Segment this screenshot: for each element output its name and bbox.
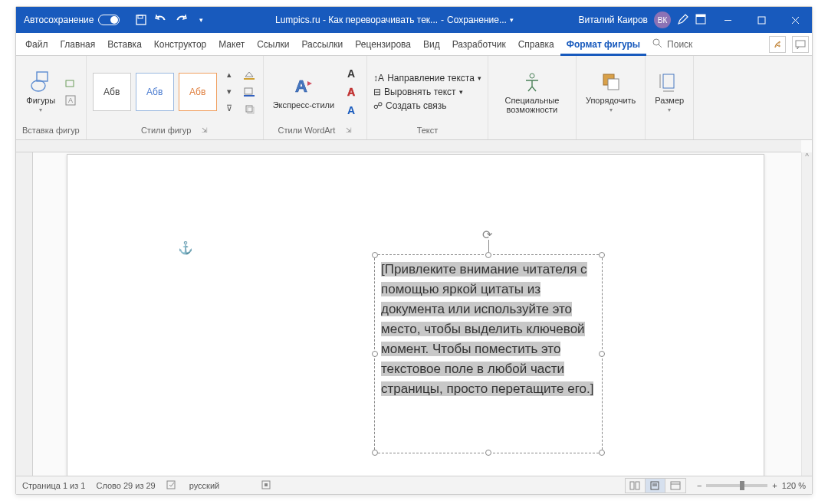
share-button[interactable] bbox=[769, 36, 786, 53]
document-page[interactable]: ⚓ ⟳ [Привлеките внимание читателя с помо… bbox=[67, 154, 764, 476]
redo-icon[interactable] bbox=[175, 14, 187, 26]
draw-textbox-icon[interactable]: A bbox=[63, 93, 78, 108]
tab-file[interactable]: Файл bbox=[19, 33, 54, 56]
avatar[interactable]: ВК bbox=[654, 11, 671, 28]
comments-button[interactable] bbox=[792, 36, 809, 53]
svg-text:A: A bbox=[295, 77, 307, 96]
zoom-slider[interactable] bbox=[706, 484, 767, 487]
ribbon: Фигуры ▾ A Вставка фигур Абв Абв Абв ▴ ▾… bbox=[16, 56, 812, 140]
save-status: Сохранение... bbox=[447, 15, 507, 25]
tab-design[interactable]: Конструктор bbox=[148, 33, 212, 56]
horizontal-ruler[interactable] bbox=[16, 140, 801, 152]
gallery-down-icon[interactable]: ▾ bbox=[222, 84, 237, 100]
accessibility-icon bbox=[520, 70, 544, 94]
quick-styles-button[interactable]: A Экспресс-стили bbox=[270, 73, 337, 111]
edit-shape-icon[interactable] bbox=[63, 76, 78, 91]
zoom-control: − + 120 % bbox=[697, 481, 806, 490]
autosave-toggle[interactable] bbox=[98, 15, 120, 25]
shape-effects-icon[interactable] bbox=[242, 101, 257, 116]
shape-style-3[interactable]: Абв bbox=[179, 73, 217, 111]
document-title: Lumpics.ru - Как переворачивать тек... -… bbox=[215, 15, 573, 25]
create-link-button[interactable]: ☍Создать связь bbox=[373, 100, 481, 111]
shape-outline-icon[interactable] bbox=[242, 84, 257, 100]
pen-icon[interactable] bbox=[677, 13, 689, 28]
title-bar: Автосохранение ▾ Lumpics.ru - Как перево… bbox=[16, 7, 812, 33]
wordart-icon: A bbox=[291, 74, 316, 99]
page-status[interactable]: Страница 1 из 1 bbox=[22, 481, 85, 490]
doc-name: Lumpics.ru - Как переворачивать тек... bbox=[275, 15, 438, 25]
resize-handle[interactable] bbox=[599, 351, 605, 357]
tab-insert[interactable]: Вставка bbox=[101, 33, 148, 56]
user-name: Виталий Каиров bbox=[578, 15, 648, 25]
resize-handle[interactable] bbox=[485, 450, 491, 456]
print-layout-icon[interactable] bbox=[646, 479, 665, 493]
maximize-button[interactable] bbox=[744, 7, 778, 33]
zoom-level[interactable]: 120 % bbox=[782, 481, 806, 490]
accessibility-button[interactable]: Специальные возможности bbox=[495, 68, 570, 116]
svg-rect-24 bbox=[608, 79, 619, 90]
tab-shape-format[interactable]: Формат фигуры bbox=[560, 33, 646, 56]
svg-rect-16 bbox=[244, 78, 255, 80]
tab-references[interactable]: Ссылки bbox=[251, 33, 295, 56]
vertical-scrollbar[interactable] bbox=[801, 152, 812, 476]
shapes-button[interactable]: Фигуры ▾ bbox=[23, 68, 58, 115]
resize-handle[interactable] bbox=[485, 252, 491, 258]
save-icon[interactable] bbox=[135, 14, 147, 26]
vertical-ruler[interactable] bbox=[16, 152, 33, 476]
ribbon-display-icon[interactable] bbox=[695, 14, 706, 27]
align-text-button[interactable]: ⊟Выровнять текст▾ bbox=[373, 87, 481, 97]
search-icon bbox=[652, 38, 662, 51]
gallery-up-icon[interactable]: ▴ bbox=[222, 67, 237, 83]
svg-rect-28 bbox=[264, 483, 268, 486]
web-layout-icon[interactable] bbox=[665, 479, 685, 493]
macro-icon[interactable] bbox=[261, 479, 271, 492]
size-button[interactable]: Размер ▾ bbox=[652, 68, 687, 115]
close-button[interactable] bbox=[778, 7, 812, 33]
text-outline-icon[interactable]: A bbox=[342, 85, 360, 99]
word-count[interactable]: Слово 29 из 29 bbox=[96, 481, 155, 490]
resize-handle[interactable] bbox=[372, 252, 378, 258]
text-box-content[interactable]: [Привлеките внимание читателя с помощью … bbox=[375, 255, 602, 404]
rotate-handle-icon[interactable]: ⟳ bbox=[482, 227, 495, 240]
tab-layout[interactable]: Макет bbox=[212, 33, 251, 56]
text-direction-button[interactable]: ↕AНаправление текста▾ bbox=[373, 73, 481, 83]
spellcheck-icon[interactable] bbox=[166, 479, 179, 492]
arrange-button[interactable]: Упорядочить ▾ bbox=[583, 68, 639, 115]
svg-rect-17 bbox=[245, 88, 252, 94]
resize-handle[interactable] bbox=[599, 450, 605, 456]
resize-handle[interactable] bbox=[372, 351, 378, 357]
tab-review[interactable]: Рецензирова bbox=[349, 33, 417, 56]
search-box[interactable]: Поиск bbox=[646, 38, 698, 51]
dialog-launcher-icon[interactable]: ⇲ bbox=[346, 126, 352, 134]
group-size: Размер ▾ bbox=[646, 56, 694, 139]
text-effects-icon[interactable]: A bbox=[342, 103, 360, 117]
svg-rect-3 bbox=[696, 15, 705, 17]
tab-mailings[interactable]: Рассылки bbox=[295, 33, 349, 56]
qat-dropdown-icon[interactable]: ▾ bbox=[195, 14, 207, 26]
gallery-more-icon[interactable]: ⊽ bbox=[222, 101, 237, 116]
tab-home[interactable]: Главная bbox=[54, 33, 102, 56]
group-text: ↕AНаправление текста▾ ⊟Выровнять текст▾ … bbox=[367, 56, 488, 139]
shape-fill-icon[interactable] bbox=[242, 67, 257, 83]
read-mode-icon[interactable] bbox=[626, 479, 646, 493]
tab-help[interactable]: Справка bbox=[512, 33, 560, 56]
window-controls bbox=[711, 7, 812, 33]
undo-icon[interactable] bbox=[155, 14, 167, 26]
dialog-launcher-icon[interactable]: ⇲ bbox=[202, 126, 208, 134]
text-fill-icon[interactable]: A bbox=[342, 67, 360, 80]
text-box[interactable]: ⟳ [Привлеките внимание читателя с помощь… bbox=[374, 254, 603, 453]
svg-rect-26 bbox=[167, 481, 175, 489]
tab-view[interactable]: Вид bbox=[417, 33, 446, 56]
language-status[interactable]: русский bbox=[189, 481, 219, 490]
search-placeholder: Поиск bbox=[667, 39, 692, 50]
quick-access-toolbar: ▾ bbox=[127, 14, 215, 26]
shape-style-2[interactable]: Абв bbox=[136, 73, 174, 111]
zoom-out-button[interactable]: − bbox=[697, 481, 702, 490]
resize-handle[interactable] bbox=[599, 252, 605, 258]
svg-rect-13 bbox=[66, 80, 74, 87]
zoom-in-button[interactable]: + bbox=[772, 481, 777, 490]
tab-developer[interactable]: Разработчик bbox=[446, 33, 512, 56]
minimize-button[interactable] bbox=[711, 7, 744, 33]
resize-handle[interactable] bbox=[372, 450, 378, 456]
shape-style-1[interactable]: Абв bbox=[93, 73, 131, 111]
